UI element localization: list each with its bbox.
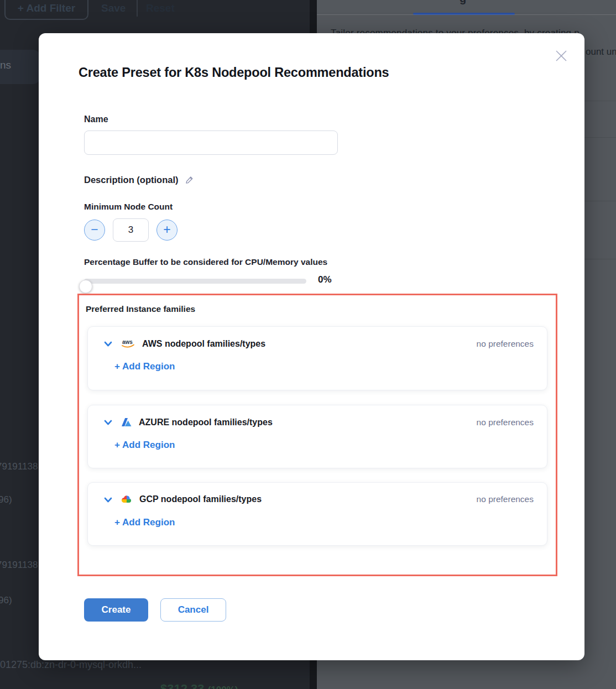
buffer-value: 0%	[318, 274, 332, 285]
tab-label-fragment: g	[460, 0, 466, 5]
chevron-down-icon[interactable]	[103, 495, 113, 504]
background-pct-fragment: 96)	[0, 595, 12, 606]
preferred-families-highlight-box: Preferred Instance families aws AWS node…	[77, 294, 557, 576]
cost-percent: (100%)	[208, 685, 238, 689]
provider-status: no preferences	[477, 417, 534, 427]
svg-text:aws: aws	[122, 339, 133, 345]
node-count-stepper: − +	[84, 218, 178, 242]
add-region-button[interactable]: + Add Region	[114, 361, 175, 372]
add-filter-button[interactable]: + Add Filter	[4, 0, 88, 20]
edit-pencil-icon[interactable]	[184, 175, 195, 185]
create-preset-modal: Create Preset for K8s Nodepool Recommend…	[39, 33, 584, 660]
create-button[interactable]: Create	[84, 598, 148, 622]
provider-status: no preferences	[477, 339, 534, 349]
slider-track[interactable]	[84, 279, 306, 284]
reset-button[interactable]: Reset	[146, 2, 175, 14]
azure-logo-icon	[121, 417, 132, 427]
gcp-logo-icon	[121, 494, 133, 504]
chevron-down-icon[interactable]	[103, 339, 113, 348]
add-region-button[interactable]: + Add Region	[114, 517, 175, 528]
description-label: Description (optional)	[84, 175, 179, 185]
node-count-input[interactable]	[113, 218, 149, 242]
add-filter-label: + Add Filter	[18, 2, 75, 14]
cost-value: $312.33	[160, 682, 205, 689]
name-input[interactable]	[84, 131, 338, 155]
buffer-slider: 0%	[84, 273, 377, 290]
chevron-down-icon[interactable]	[103, 417, 113, 427]
buffer-label: Percentage Buffer to be considered for C…	[84, 257, 327, 267]
background-cost-fragment: $312.33 (100%)	[160, 682, 238, 689]
toolbar-divider	[137, 0, 138, 17]
provider-label: AZURE nodepool families/types	[139, 417, 273, 427]
provider-label: GCP nodepool families/types	[139, 494, 262, 504]
aws-logo-icon: aws	[121, 338, 135, 349]
gcp-card-header: GCP nodepool families/types no preferenc…	[88, 483, 547, 504]
background-chip: ns	[0, 50, 40, 84]
chip-text-fragment: ns	[0, 59, 11, 71]
background-pct-fragment: 96)	[0, 494, 12, 505]
description-row: Description (optional)	[84, 175, 195, 185]
min-node-count-label: Minimum Node Count	[84, 202, 173, 212]
preferred-families-label: Preferred Instance families	[86, 304, 195, 314]
add-region-button[interactable]: + Add Region	[114, 440, 175, 451]
slider-thumb[interactable]	[79, 280, 92, 293]
screen: + Add Filter Save Reset ns 79191138 96) …	[0, 0, 616, 689]
azure-card-header: AZURE nodepool families/types no prefere…	[88, 405, 547, 427]
aws-provider-card: aws AWS nodepool families/types no prefe…	[87, 326, 547, 390]
background-resource-fragment: 01275:db:zn-dr-0-mysql-orkdh...	[0, 659, 142, 671]
azure-provider-card: AZURE nodepool families/types no prefere…	[87, 405, 547, 468]
tab-bar-divider	[317, 14, 616, 15]
close-icon[interactable]	[552, 46, 571, 65]
provider-label: AWS nodepool families/types	[142, 339, 265, 349]
cancel-button[interactable]: Cancel	[160, 598, 226, 622]
name-label: Name	[84, 114, 108, 124]
aws-card-header: aws AWS nodepool families/types no prefe…	[88, 327, 547, 349]
background-id-fragment: 79191138	[0, 461, 38, 472]
modal-title: Create Preset for K8s Nodepool Recommend…	[79, 65, 389, 80]
gcp-provider-card: GCP nodepool families/types no preferenc…	[87, 482, 547, 546]
background-id-fragment: 79191138	[0, 560, 38, 571]
save-button[interactable]: Save	[101, 2, 126, 14]
increment-button[interactable]: +	[156, 220, 178, 241]
decrement-button[interactable]: −	[84, 220, 105, 241]
background-text-fragment: ount un	[586, 46, 616, 58]
provider-status: no preferences	[477, 494, 534, 504]
